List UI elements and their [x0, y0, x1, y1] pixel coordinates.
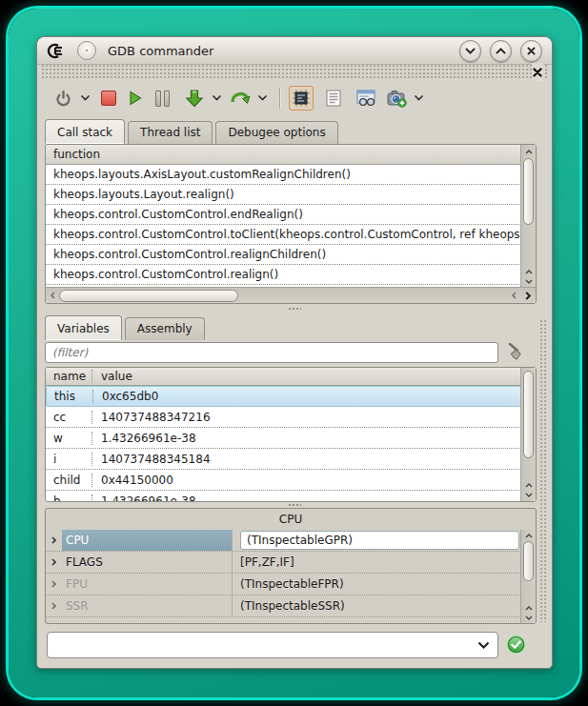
callstack-vertical-scrollbar[interactable]: [520, 145, 536, 288]
power-button[interactable]: [51, 86, 75, 111]
cpu-value-editor[interactable]: [240, 531, 519, 550]
expand-chevron-icon[interactable]: [46, 536, 62, 544]
tab-call-stack[interactable]: Call stack: [45, 119, 125, 144]
log-view-button[interactable]: [321, 86, 346, 111]
callstack-tabbar: Call stack Thread list Debugee options: [45, 119, 341, 144]
power-icon: [55, 91, 71, 107]
cpu-row[interactable]: FLAGS [PF,ZF,IF]: [46, 552, 521, 574]
scroll-down-icon[interactable]: [521, 276, 536, 286]
cpu-row[interactable]: CPU: [46, 530, 521, 552]
tab-variables[interactable]: Variables: [45, 315, 122, 340]
power-menu-button[interactable]: [77, 86, 92, 111]
step-over-menu-button[interactable]: [254, 86, 270, 111]
step-into-button[interactable]: [182, 86, 207, 111]
window-menu-button[interactable]: [77, 41, 96, 60]
variable-row[interactable]: cc 140737488347216: [46, 407, 521, 428]
scroll-up-icon[interactable]: [521, 145, 536, 158]
app-outer-frame: GDB commander: [9, 9, 579, 697]
scroll-left-icon[interactable]: [508, 292, 520, 299]
column-header-value: value: [92, 370, 536, 383]
expand-chevron-icon[interactable]: [46, 580, 62, 588]
callstack-panel: function kheops.layouts.AxisLayout.custo…: [45, 144, 537, 304]
variable-name: w: [46, 432, 92, 445]
step-into-menu-button[interactable]: [209, 86, 224, 111]
scrollbar-thumb[interactable]: [59, 290, 238, 302]
callstack-row[interactable]: kheops.control.CustomControl.realignChil…: [46, 245, 521, 265]
clear-filter-button[interactable]: [506, 340, 529, 367]
scrollbar-thumb[interactable]: [523, 541, 534, 581]
combo-dropdown-button[interactable]: [477, 641, 490, 649]
variable-name: this: [47, 390, 93, 403]
vertical-splitter[interactable]: [539, 319, 546, 622]
chevron-down-icon: [477, 641, 490, 649]
variable-row[interactable]: child 0x44150000: [46, 470, 521, 491]
dock-grab-handle[interactable]: [40, 65, 549, 79]
gdb-command-input[interactable]: [48, 638, 477, 652]
snapshot-add-button[interactable]: [384, 86, 409, 111]
callstack-row[interactable]: kheops.control.CustomControl.toClient(kh…: [46, 225, 521, 245]
scroll-right-icon[interactable]: [520, 292, 536, 300]
cpu-vertical-scrollbar[interactable]: [520, 530, 536, 623]
cpu-row-value: [PF,ZF,IF]: [232, 552, 521, 573]
scroll-up-icon[interactable]: [521, 267, 536, 276]
send-command-button[interactable]: [506, 635, 526, 658]
variable-row[interactable]: w 1.43266961e-38: [46, 428, 521, 449]
variable-row[interactable]: i 140737488345184: [46, 449, 521, 470]
callstack-row[interactable]: kheops.control.CustomControl.realign(): [46, 265, 521, 285]
scroll-left-icon[interactable]: [46, 292, 59, 299]
snapshot-menu-button[interactable]: [411, 86, 426, 111]
step-over-button[interactable]: [228, 86, 253, 111]
callstack-row[interactable]: kheops.control.CustomControl.endRealign(…: [46, 205, 521, 225]
horizontal-splitter[interactable]: [288, 503, 301, 507]
variables-vertical-scrollbar[interactable]: [520, 368, 536, 501]
cpu-row-name[interactable]: SSR: [62, 595, 232, 616]
window-shade-button[interactable]: [459, 40, 481, 62]
cpu-row-name[interactable]: FLAGS: [62, 552, 232, 573]
callstack-row[interactable]: kheops.layouts.Layout.realign(): [46, 185, 521, 205]
cpu-row[interactable]: SSR (TInspectableSSR): [46, 595, 521, 617]
stop-button[interactable]: [96, 86, 121, 111]
cpu-row[interactable]: FPU (TInspectableFPR): [46, 574, 521, 595]
variable-row[interactable]: this 0xc65db0: [46, 386, 521, 407]
watch-window-button[interactable]: [354, 86, 378, 111]
run-button[interactable]: [123, 86, 148, 111]
tab-thread-list[interactable]: Thread list: [128, 121, 213, 144]
gdb-commander-window: GDB commander: [36, 36, 553, 669]
cpu-inspector-panel: CPU CPU FLAGS [PF,ZF,IF] FPU (TInspectab…: [45, 508, 537, 624]
scrollbar-thumb[interactable]: [523, 371, 534, 458]
title-bar[interactable]: GDB commander: [37, 37, 552, 65]
expand-chevron-icon[interactable]: [46, 558, 62, 566]
tab-debugee-options[interactable]: Debugee options: [215, 121, 337, 144]
chevron-down-icon: [258, 95, 267, 101]
chevron-down-icon: [81, 95, 90, 101]
close-icon: [527, 47, 536, 55]
screenshot-stage: GDB commander: [0, 0, 588, 706]
window-close-button[interactable]: [520, 40, 542, 62]
cpu-row-name[interactable]: CPU: [62, 530, 232, 551]
filter-input[interactable]: [45, 342, 498, 363]
scroll-up-icon[interactable]: [521, 480, 536, 490]
variable-value: 140737488347216: [92, 411, 521, 424]
callstack-row[interactable]: kheops.layouts.AxisLayout.customRealignC…: [46, 165, 521, 185]
variable-name: b: [46, 494, 92, 502]
cpu-row-value: [232, 530, 521, 551]
scroll-up-icon[interactable]: [521, 530, 536, 541]
cpu-row-name[interactable]: FPU: [62, 574, 232, 595]
window-maximize-button[interactable]: [490, 40, 512, 62]
scroll-down-icon[interactable]: [521, 613, 536, 622]
scroll-up-icon[interactable]: [521, 603, 536, 613]
scroll-down-icon[interactable]: [521, 490, 536, 499]
pause-button[interactable]: [150, 86, 174, 111]
tab-assembly[interactable]: Assembly: [125, 317, 205, 340]
scrollbar-thumb[interactable]: [523, 158, 534, 225]
cpu-chip-icon: [293, 90, 310, 107]
callstack-horizontal-scrollbar[interactable]: [46, 287, 536, 303]
horizontal-splitter[interactable]: [288, 307, 301, 311]
gdb-command-combobox[interactable]: [47, 632, 498, 658]
cpu-view-button[interactable]: [289, 86, 314, 111]
expand-chevron-icon[interactable]: [46, 602, 62, 610]
variable-value: 1.43266961e-38: [92, 494, 521, 502]
cpu-grid: CPU FLAGS [PF,ZF,IF] FPU (TInspectableFP…: [46, 530, 521, 623]
chevron-up-icon: [496, 48, 506, 54]
variable-row[interactable]: b 1.43266961e-38: [46, 491, 521, 501]
